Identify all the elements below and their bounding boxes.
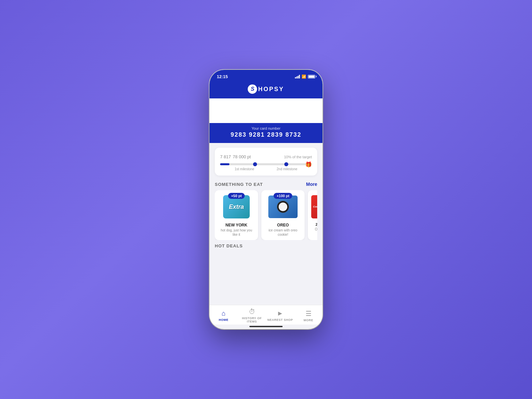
oreo-cream: [279, 202, 287, 211]
product-desc-2: ice cream with oreo cookie!: [265, 228, 301, 237]
product-desc-3: Orang: [311, 227, 317, 231]
barcode: [216, 103, 316, 123]
milestone-labels: 1st milestone 2nd milestone: [220, 167, 312, 171]
something-to-eat-section: SOMETHING TO EAT More +50 pt Extra NEW Y…: [209, 180, 323, 243]
product-card-oreo[interactable]: +100 pt OREO ice cream with oreo cookie!: [261, 190, 305, 240]
nav-label-history: HISTORY OF ITEMS: [238, 317, 266, 323]
product-badge-1: +50 pt: [228, 193, 245, 199]
progress-fill: [220, 163, 229, 165]
section-more-button[interactable]: More: [306, 182, 317, 187]
logo-s: S: [248, 84, 257, 94]
app-name: HOPSY: [258, 86, 284, 93]
product-name-3: 2 x C: [311, 223, 317, 226]
card-label: Your card number: [216, 126, 316, 130]
app-header: S HOPSY: [209, 82, 323, 98]
section-title: SOMETHING TO EAT: [215, 182, 263, 187]
product-name-1: NEW YORK: [218, 223, 255, 227]
status-time: 12:15: [217, 74, 228, 79]
points-header: 7 817 78 000 pt 10% of the target: [220, 152, 312, 160]
product-card-coca[interactable]: Coca Cola 2 x C Orang: [308, 190, 317, 240]
products-row: +50 pt Extra NEW YORK hot dog, just how …: [215, 190, 317, 240]
product-badge-2: +100 pt: [274, 193, 292, 199]
wifi-icon: 📶: [302, 74, 306, 79]
status-icons: 📶: [295, 74, 315, 79]
battery-icon: [308, 75, 315, 78]
bottom-nav: ⌂ HOME ⏱ HISTORY OF ITEMS ► NEAREST SHOP…: [209, 305, 323, 325]
nav-item-home[interactable]: ⌂ HOME: [209, 310, 238, 322]
nav-label-home: HOME: [219, 318, 228, 322]
product-card-new-york[interactable]: +50 pt Extra NEW YORK hot dog, just how …: [215, 190, 258, 240]
signal-icon: [295, 75, 300, 78]
nav-item-history[interactable]: ⏱ HISTORY OF ITEMS: [238, 308, 266, 323]
milestone-1-label: 1st milestone: [235, 167, 254, 171]
nav-label-more: MORE: [304, 319, 313, 322]
history-icon: ⏱: [249, 308, 255, 316]
nav-label-nearest: NEAREST SHOP: [267, 318, 293, 322]
product-desc-1: hot dog, just how you like it: [218, 228, 255, 237]
points-card: 7 817 78 000 pt 10% of the target 🎁 1st …: [215, 148, 317, 176]
home-indicator: [249, 326, 283, 327]
points-current: 7 817 78 000 pt: [220, 152, 251, 160]
barcode-section: [209, 98, 323, 123]
nav-item-nearest[interactable]: ► NEAREST SHOP: [266, 310, 294, 322]
hot-deals-title: HOT DEALS: [215, 243, 243, 248]
product-name-2: OREO: [265, 223, 301, 227]
hot-deals-section: HOT DEALS: [209, 243, 323, 251]
milestone-2-dot: [284, 162, 288, 166]
card-number: 9283 9281 2839 8732: [216, 131, 316, 138]
card-number-section: Your card number 9283 9281 2839 8732: [209, 123, 323, 143]
home-icon: ⌂: [221, 310, 225, 317]
section-header: SOMETHING TO EAT More: [215, 182, 317, 187]
coca-cola-image: Coca Cola: [311, 195, 317, 218]
points-section: 7 817 78 000 pt 10% of the target 🎁 1st …: [209, 143, 323, 180]
logo: S HOPSY: [248, 84, 284, 94]
menu-icon: ☰: [306, 310, 312, 318]
milestone-2-label: 2nd milestone: [277, 167, 297, 171]
phone-frame: 12:15 📶 S HOPSY: [209, 70, 323, 329]
product-image-coca: Coca Cola: [311, 194, 317, 220]
milestone-1-dot: [253, 162, 257, 166]
gift-icon: 🎁: [305, 161, 312, 168]
oreo-cookie: [277, 201, 289, 213]
location-icon: ►: [277, 310, 284, 317]
points-target: 10% of the target: [284, 155, 312, 159]
oreo-image: [268, 196, 298, 218]
progress-track: 🎁: [220, 163, 312, 165]
nav-item-more[interactable]: ☰ MORE: [294, 310, 323, 322]
status-bar: 12:15 📶: [209, 70, 323, 82]
